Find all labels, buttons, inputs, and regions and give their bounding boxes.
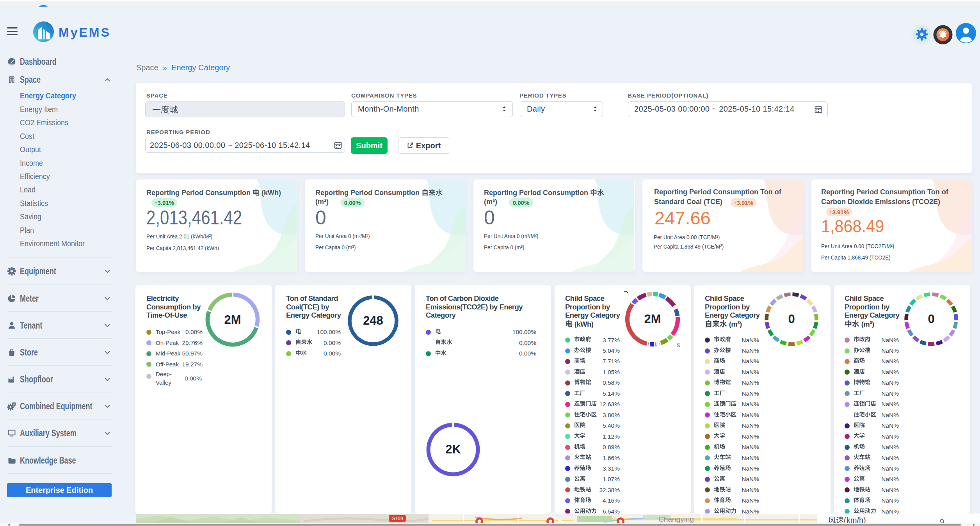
svg-text:G109: G109 [391,516,403,521]
